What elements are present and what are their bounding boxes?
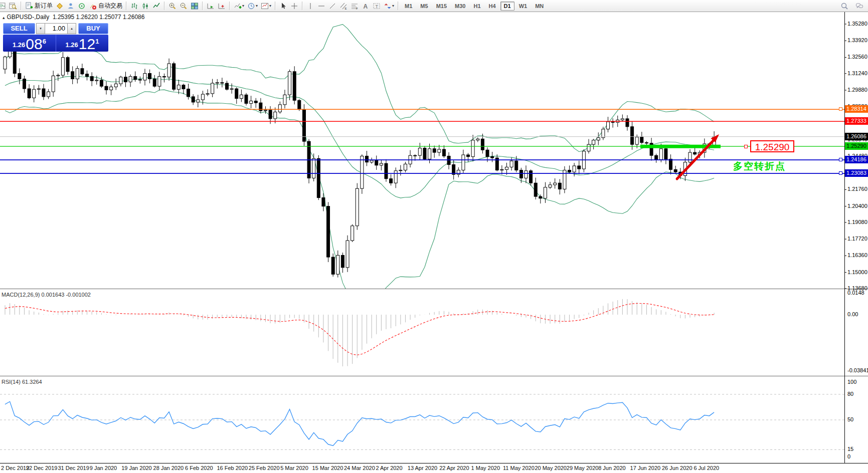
timeframe-w1-button[interactable]: W1 bbox=[515, 2, 531, 11]
sell-price-button[interactable]: 1.26 08 6 bbox=[3, 35, 56, 52]
date-label: 22 Dec 2019 bbox=[26, 465, 57, 471]
bear-candle bbox=[293, 72, 296, 100]
trendline-button[interactable] bbox=[327, 1, 338, 11]
zoom-out-icon bbox=[180, 2, 188, 10]
bull-candle bbox=[607, 122, 610, 129]
terminal-button[interactable] bbox=[65, 1, 76, 11]
bear-candle bbox=[611, 122, 614, 122]
bear-candle bbox=[534, 183, 537, 196]
vertical-line-button[interactable] bbox=[305, 1, 316, 11]
bear-candle bbox=[390, 179, 393, 183]
price-chart-pane[interactable]: ▴GBPUSD-,Daily 1.25395 1.26220 1.25077 1… bbox=[0, 12, 868, 289]
bear-candle bbox=[452, 165, 455, 175]
chat-button[interactable] bbox=[854, 1, 865, 11]
templates-icon bbox=[261, 2, 269, 10]
bear-candle bbox=[669, 159, 672, 170]
timeframe-mn-button[interactable]: MN bbox=[532, 2, 547, 11]
bear-candle bbox=[385, 163, 388, 179]
crosshair-icon bbox=[290, 2, 298, 10]
bull-candle bbox=[356, 188, 359, 226]
candlestick-chart-button[interactable] bbox=[140, 1, 151, 11]
text-button[interactable]: A bbox=[360, 1, 371, 11]
equidistant-channel-button[interactable]: E bbox=[338, 1, 349, 11]
chart-window-icon bbox=[0, 2, 6, 10]
price-note-box[interactable]: 1.25290 bbox=[750, 140, 794, 152]
macd-canvas[interactable] bbox=[0, 291, 868, 376]
price-tick-label: 1.15000 bbox=[847, 269, 867, 275]
bull-candle bbox=[211, 83, 214, 94]
bear-candle bbox=[447, 156, 450, 164]
horizontal-line-button[interactable] bbox=[316, 1, 327, 11]
bear-candle bbox=[539, 196, 542, 198]
templates-button[interactable]: ▾ bbox=[259, 1, 273, 11]
bear-candle bbox=[515, 161, 518, 170]
data-window-button[interactable] bbox=[8, 1, 19, 11]
bear-candle bbox=[134, 77, 137, 80]
buy-button[interactable]: BUY bbox=[78, 23, 108, 34]
timeframe-m1-button[interactable]: M1 bbox=[401, 2, 416, 11]
bear-candle bbox=[100, 80, 103, 86]
bull-candle bbox=[167, 64, 170, 77]
chevron-down-icon[interactable]: ▾ bbox=[392, 4, 394, 8]
bear-candle bbox=[245, 95, 248, 103]
buy-price-button[interactable]: 1.26 12 1 bbox=[56, 35, 108, 52]
auto-trading-button[interactable]: 自动交易 bbox=[87, 1, 124, 11]
new-order-button[interactable]: 新订单 bbox=[24, 1, 54, 11]
turning-point-note[interactable]: 多空转折点 bbox=[733, 160, 786, 173]
timeframe-h4-button[interactable]: H4 bbox=[485, 2, 499, 11]
chevron-down-icon[interactable]: ▾ bbox=[256, 4, 258, 8]
periods-button[interactable]: ▾ bbox=[246, 1, 259, 11]
svg-text:E: E bbox=[345, 7, 347, 10]
zoom-in-button[interactable] bbox=[167, 1, 178, 11]
chart-shift-button[interactable] bbox=[216, 1, 227, 11]
indicators-button[interactable]: ▾ bbox=[232, 1, 246, 11]
timeframe-m30-button[interactable]: M30 bbox=[451, 2, 469, 11]
timeframe-h1-button[interactable]: H1 bbox=[470, 2, 484, 11]
mql-community-button[interactable] bbox=[76, 1, 87, 11]
svg-text:A: A bbox=[364, 3, 368, 10]
date-label: 16 Feb 2020 bbox=[217, 465, 248, 471]
price-chart-canvas[interactable] bbox=[0, 12, 868, 289]
toolbar-group bbox=[167, 0, 200, 12]
date-label: 13 Apr 2020 bbox=[408, 465, 437, 471]
chart-window-button[interactable] bbox=[0, 1, 8, 11]
metaeditor-button[interactable] bbox=[54, 1, 65, 11]
note-anchor-handle[interactable] bbox=[744, 145, 748, 148]
timeframe-m15-button[interactable]: M15 bbox=[433, 2, 450, 11]
chevron-down-icon[interactable]: ▾ bbox=[242, 4, 244, 8]
auto-trading-icon bbox=[89, 2, 97, 10]
metaeditor-icon bbox=[56, 2, 64, 10]
line-anchor-handle[interactable] bbox=[839, 158, 842, 161]
cursor-button[interactable] bbox=[278, 1, 289, 11]
date-label: 22 Apr 2020 bbox=[439, 465, 469, 471]
bar-chart-button[interactable] bbox=[129, 1, 140, 11]
line-anchor-handle[interactable] bbox=[839, 107, 842, 111]
tile-windows-button[interactable] bbox=[189, 1, 200, 11]
search-button[interactable] bbox=[839, 1, 850, 11]
price-axis-line bbox=[844, 12, 845, 463]
timeframe-d1-button[interactable]: D1 bbox=[500, 2, 514, 11]
macd-pane[interactable]: MACD(12,26,9) 0.001643 -0.001002 bbox=[0, 291, 868, 376]
crosshair-button[interactable] bbox=[289, 1, 300, 11]
zoom-out-button[interactable] bbox=[178, 1, 189, 11]
chevron-down-icon[interactable]: ▾ bbox=[269, 4, 271, 8]
line-chart-button[interactable] bbox=[151, 1, 162, 11]
timeframe-m5-button[interactable]: M5 bbox=[417, 2, 431, 11]
rsi-canvas[interactable] bbox=[0, 378, 868, 463]
volume-input[interactable]: 1.00 bbox=[45, 23, 67, 34]
bull-candle bbox=[274, 112, 277, 118]
arrows-button[interactable]: ▾ bbox=[382, 1, 396, 11]
bear-candle bbox=[481, 139, 484, 150]
volume-increase-button[interactable]: ▴ bbox=[67, 23, 76, 34]
sell-button[interactable]: SELL bbox=[3, 23, 35, 34]
macd-signal-line bbox=[5, 304, 714, 355]
text-label-button[interactable]: T bbox=[371, 1, 382, 11]
rsi-pane[interactable]: RSI(14) 61.3264 bbox=[0, 378, 868, 463]
fibonacci-button[interactable]: F bbox=[349, 1, 360, 11]
bear-candle bbox=[341, 255, 344, 267]
date-label: 8 Jun 2020 bbox=[598, 465, 625, 471]
date-label: 6 Feb 2020 bbox=[185, 465, 213, 471]
bull-candle bbox=[573, 166, 576, 172]
line-anchor-handle[interactable] bbox=[839, 171, 842, 175]
auto-scroll-button[interactable] bbox=[205, 1, 216, 11]
